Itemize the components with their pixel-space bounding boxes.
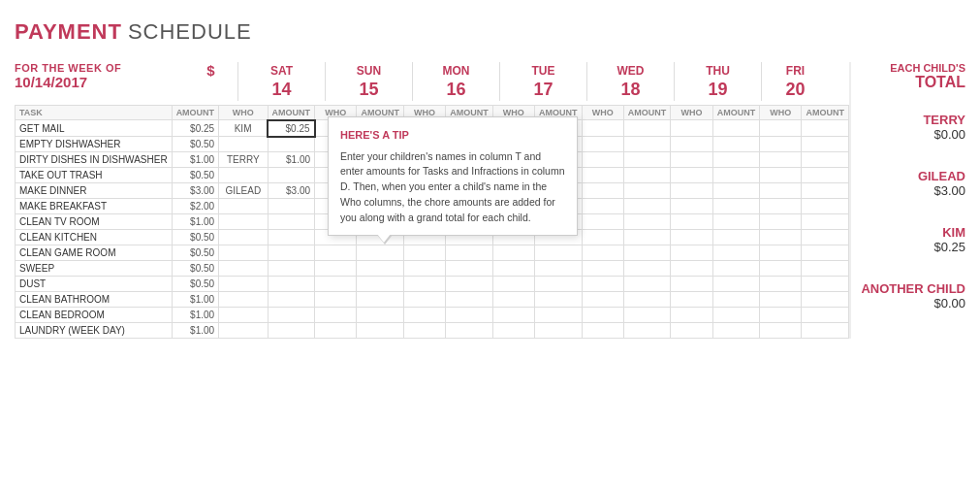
fri-amt-cell[interactable]	[802, 323, 849, 339]
sat-who-cell[interactable]: TERRY	[219, 152, 268, 168]
tue-amt-cell[interactable]	[535, 292, 583, 308]
sat-who-cell[interactable]	[219, 199, 268, 214]
tue-amt-cell[interactable]	[535, 277, 583, 292]
sat-amt-cell[interactable]	[268, 245, 315, 261]
sun-amt-cell[interactable]	[357, 245, 404, 261]
thu-who-cell[interactable]	[671, 230, 712, 245]
wed-amt-cell[interactable]	[623, 199, 671, 214]
thu-amt-cell[interactable]	[712, 261, 760, 277]
thu-who-cell[interactable]	[671, 214, 712, 230]
fri-amt-cell[interactable]	[802, 152, 849, 168]
thu-amt-cell[interactable]	[712, 230, 760, 245]
sat-who-cell[interactable]	[219, 261, 268, 277]
sat-amt-cell[interactable]	[268, 230, 315, 245]
fri-who-cell[interactable]	[760, 183, 802, 199]
sun-who-cell[interactable]	[315, 292, 357, 308]
tue-who-cell[interactable]	[492, 261, 534, 277]
fri-who-cell[interactable]	[760, 261, 802, 277]
thu-who-cell[interactable]	[671, 308, 712, 323]
thu-who-cell[interactable]	[671, 323, 712, 339]
mon-who-cell[interactable]	[403, 245, 445, 261]
fri-amt-cell[interactable]	[802, 183, 849, 199]
mon-who-cell[interactable]	[403, 308, 445, 323]
wed-who-cell[interactable]	[582, 120, 623, 137]
wed-amt-cell[interactable]	[623, 292, 671, 308]
fri-who-cell[interactable]	[760, 245, 802, 261]
thu-amt-cell[interactable]	[712, 199, 760, 214]
wed-amt-cell[interactable]	[623, 183, 671, 199]
sun-who-cell[interactable]	[315, 323, 357, 339]
mon-amt-cell[interactable]	[446, 277, 493, 292]
wed-amt-cell[interactable]	[623, 168, 671, 183]
sun-amt-cell[interactable]	[357, 277, 404, 292]
fri-amt-cell[interactable]	[802, 245, 849, 261]
fri-amt-cell[interactable]	[802, 261, 849, 277]
sat-who-cell[interactable]	[219, 308, 268, 323]
thu-amt-cell[interactable]	[712, 308, 760, 323]
wed-who-cell[interactable]	[582, 214, 623, 230]
fri-amt-cell[interactable]	[802, 277, 849, 292]
sat-amt-cell[interactable]: $0.25	[268, 120, 315, 137]
sat-amt-cell[interactable]	[268, 323, 315, 339]
thu-amt-cell[interactable]	[712, 292, 760, 308]
tue-who-cell[interactable]	[492, 323, 534, 339]
sat-amt-cell[interactable]: $1.00	[268, 152, 315, 168]
thu-who-cell[interactable]	[671, 199, 712, 214]
sun-who-cell[interactable]	[315, 308, 357, 323]
wed-who-cell[interactable]	[582, 183, 623, 199]
thu-who-cell[interactable]	[671, 183, 712, 199]
mon-who-cell[interactable]	[403, 323, 445, 339]
fri-who-cell[interactable]	[760, 277, 802, 292]
wed-who-cell[interactable]	[582, 323, 623, 339]
thu-amt-cell[interactable]	[712, 137, 760, 152]
wed-amt-cell[interactable]	[623, 230, 671, 245]
fri-amt-cell[interactable]	[802, 168, 849, 183]
mon-who-cell[interactable]	[403, 261, 445, 277]
sat-amt-cell[interactable]	[268, 261, 315, 277]
tue-amt-cell[interactable]	[535, 323, 583, 339]
fri-who-cell[interactable]	[760, 292, 802, 308]
thu-amt-cell[interactable]	[712, 277, 760, 292]
sun-who-cell[interactable]	[315, 261, 357, 277]
tue-who-cell[interactable]	[492, 277, 534, 292]
thu-who-cell[interactable]	[671, 277, 712, 292]
sat-amt-cell[interactable]	[268, 292, 315, 308]
fri-who-cell[interactable]	[760, 308, 802, 323]
sat-who-cell[interactable]	[219, 230, 268, 245]
sat-who-cell[interactable]	[219, 137, 268, 152]
sat-who-cell[interactable]: KIM	[219, 120, 268, 137]
thu-who-cell[interactable]	[671, 152, 712, 168]
fri-who-cell[interactable]	[760, 168, 802, 183]
tue-amt-cell[interactable]	[535, 308, 583, 323]
wed-who-cell[interactable]	[582, 292, 623, 308]
wed-amt-cell[interactable]	[623, 308, 671, 323]
sun-who-cell[interactable]	[315, 277, 357, 292]
fri-who-cell[interactable]	[760, 214, 802, 230]
fri-who-cell[interactable]	[760, 199, 802, 214]
sat-amt-cell[interactable]	[268, 214, 315, 230]
mon-amt-cell[interactable]	[446, 261, 493, 277]
sun-amt-cell[interactable]	[357, 261, 404, 277]
fri-amt-cell[interactable]	[802, 214, 849, 230]
fri-who-cell[interactable]	[760, 323, 802, 339]
sun-amt-cell[interactable]	[357, 323, 404, 339]
fri-who-cell[interactable]	[760, 137, 802, 152]
fri-amt-cell[interactable]	[802, 292, 849, 308]
wed-who-cell[interactable]	[582, 308, 623, 323]
tue-who-cell[interactable]	[492, 308, 534, 323]
wed-who-cell[interactable]	[582, 199, 623, 214]
fri-amt-cell[interactable]	[802, 120, 849, 137]
wed-who-cell[interactable]	[582, 245, 623, 261]
tue-amt-cell[interactable]	[535, 245, 583, 261]
fri-amt-cell[interactable]	[802, 199, 849, 214]
wed-who-cell[interactable]	[582, 277, 623, 292]
thu-amt-cell[interactable]	[712, 183, 760, 199]
sat-who-cell[interactable]	[219, 245, 268, 261]
wed-amt-cell[interactable]	[623, 152, 671, 168]
wed-who-cell[interactable]	[582, 261, 623, 277]
wed-amt-cell[interactable]	[623, 277, 671, 292]
wed-who-cell[interactable]	[582, 137, 623, 152]
sat-who-cell[interactable]	[219, 214, 268, 230]
sat-amt-cell[interactable]	[268, 168, 315, 183]
mon-who-cell[interactable]	[403, 277, 445, 292]
